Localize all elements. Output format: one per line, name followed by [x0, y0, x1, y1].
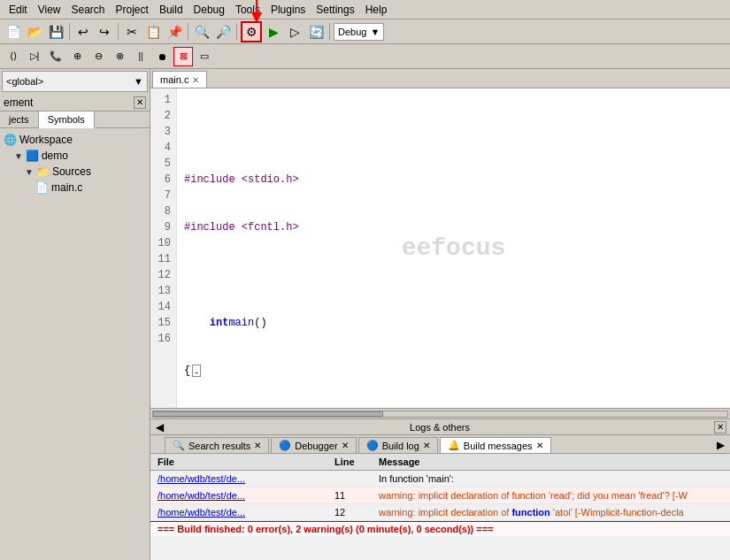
debug-mode-selector[interactable]: Debug ▼ [334, 23, 384, 41]
tree-item-mainc[interactable]: 📄 main.c [4, 180, 146, 196]
tab-debugger[interactable]: 🔵 Debugger ✕ [271, 437, 356, 453]
log-message-0: In function 'main': [375, 472, 726, 485]
tb2-btn8[interactable]: ⏺ [152, 47, 172, 66]
find-replace-button[interactable]: 🔎 [213, 22, 233, 42]
save-file-button[interactable]: 💾 [46, 22, 65, 42]
open-file-button[interactable]: 📂 [25, 22, 44, 42]
menu-help[interactable]: Help [360, 2, 393, 18]
col-message: Message [375, 456, 726, 468]
code-editor[interactable]: eefocus #include <stdio.h> #include <fcn… [177, 88, 730, 408]
cut-button[interactable]: ✂ [122, 22, 142, 42]
tab-build-messages[interactable]: 🔔 Build messages ✕ [440, 437, 551, 453]
col-line: Line [331, 456, 375, 468]
editor-area: main.c ✕ 1 2 3 4 5 6 7 8 9 10 11 [150, 69, 730, 418]
col-file: File [154, 456, 331, 468]
run-debug-button[interactable]: ▷ [285, 22, 304, 42]
debugger-label: Debugger [295, 441, 337, 451]
menu-edit[interactable]: Edit [4, 2, 33, 18]
separator-2 [118, 23, 119, 41]
demo-label: demo [42, 150, 68, 162]
log-row-0: /home/wdb/test/de... In function 'main': [150, 471, 730, 487]
expand-right-icon[interactable]: ▶ [713, 437, 728, 453]
bottom-tabs: 🔍 Search results ✕ 🔵 Debugger ✕ 🔵 Build … [150, 435, 730, 454]
menu-project[interactable]: Project [111, 2, 154, 18]
horizontal-scrollbar[interactable] [150, 408, 730, 418]
debugger-close-icon[interactable]: ✕ [342, 441, 349, 450]
menu-plugins[interactable]: Plugins [265, 2, 311, 18]
menu-build[interactable]: Build [154, 2, 188, 18]
separator-1 [69, 23, 70, 41]
reload-button[interactable]: 🔄 [306, 22, 326, 42]
panel-header: ement ✕ [0, 94, 150, 111]
new-file-button[interactable]: 📄 [4, 22, 23, 42]
line-numbers: 1 2 3 4 5 6 7 8 9 10 11 12 13 14 15 16 [150, 88, 177, 408]
log-line-1: 11 [331, 489, 375, 502]
debug-mode-label: Debug [338, 27, 366, 37]
tb2-btn2[interactable]: ▷| [25, 47, 44, 66]
log-file-0[interactable]: /home/wdb/test/de... [154, 472, 331, 485]
tb2-btn10[interactable]: ▭ [195, 47, 214, 66]
build-result-row: === Build finished: 0 error(s), 2 warnin… [150, 521, 730, 536]
log-file-1[interactable]: /home/wdb/test/de... [154, 489, 331, 502]
logs-collapse-button[interactable]: ◀ [154, 421, 165, 433]
tree-item-demo[interactable]: ▼ 🟦 demo [4, 148, 146, 164]
tb2-btn7[interactable]: || [131, 47, 150, 66]
tb2-btn1[interactable]: ⟨⟩ [4, 47, 23, 66]
log-line-2: 12 [331, 506, 375, 518]
run-button[interactable]: ▶ [264, 22, 283, 42]
build-log-close-icon[interactable]: ✕ [423, 441, 430, 450]
copy-button[interactable]: 📋 [143, 22, 163, 42]
code-container[interactable]: 1 2 3 4 5 6 7 8 9 10 11 12 13 14 15 16 [150, 88, 730, 408]
global-selector[interactable]: <global> ▼ [2, 71, 148, 92]
workspace-label: Workspace [19, 134, 73, 146]
menu-settings[interactable]: Settings [311, 2, 359, 18]
search-results-close-icon[interactable]: ✕ [254, 441, 261, 450]
tb2-btn5[interactable]: ⊖ [88, 47, 108, 66]
search-results-icon: 🔍 [173, 440, 185, 451]
tab-close-icon[interactable]: ✕ [192, 75, 199, 85]
log-line-0 [331, 472, 375, 485]
tab-symbols[interactable]: Symbols [39, 111, 95, 128]
paste-button[interactable]: 📌 [165, 22, 184, 42]
project-tree: 🌐 Workspace ▼ 🟦 demo ▼ 📁 Sources 📄 main.… [0, 128, 150, 560]
bottom-panel-close-button[interactable]: ✕ [714, 421, 726, 433]
menu-view[interactable]: View [33, 2, 66, 18]
build-messages-icon: 🔔 [448, 440, 460, 451]
main-layout: <global> ▼ ement ✕ jects Symbols 🌐 Works… [0, 69, 730, 560]
find-button[interactable]: 🔍 [192, 22, 211, 42]
tb2-btn3[interactable]: 📞 [46, 47, 65, 66]
workspace-icon: 🌐 [4, 134, 17, 146]
redo-button[interactable]: ↪ [95, 22, 114, 42]
undo-button[interactable]: ↩ [73, 22, 93, 42]
menu-search[interactable]: Search [65, 2, 110, 18]
menu-tools[interactable]: Tools [230, 2, 265, 18]
toolbar-secondary: ⟨⟩ ▷| 📞 ⊕ ⊖ ⊗ || ⏺ ⊠ ▭ [0, 44, 730, 69]
bottom-panel-title: Logs & others [410, 422, 470, 433]
build-result-text: === Build finished: 0 error(s), 2 warnin… [158, 524, 494, 534]
editor-tab-mainc[interactable]: main.c ✕ [152, 71, 207, 88]
watermark: eefocus [402, 241, 506, 257]
menubar: Edit View Search Project Build Debug Too… [0, 0, 730, 19]
tab-build-log[interactable]: 🔵 Build log ✕ [358, 437, 438, 453]
build-target-button[interactable]: ⚙ [241, 21, 262, 42]
tb2-btn4[interactable]: ⊕ [67, 47, 87, 66]
tree-item-sources[interactable]: ▼ 📁 Sources [4, 164, 146, 180]
log-row-2: /home/wdb/test/de... 12 warning: implici… [150, 504, 730, 521]
file-label: main.c [51, 181, 82, 194]
code-line-2: #include <fcntl.h> [184, 219, 723, 235]
tab-search-results[interactable]: 🔍 Search results ✕ [165, 437, 269, 453]
panel-close-button[interactable]: ✕ [134, 96, 146, 109]
log-table: File Line Message /home/wdb/test/de... I… [150, 454, 730, 560]
tree-item-workspace[interactable]: 🌐 Workspace [4, 132, 146, 148]
menu-debug[interactable]: Debug [188, 2, 230, 18]
build-messages-close-icon[interactable]: ✕ [536, 441, 543, 450]
log-file-2[interactable]: /home/wdb/test/de... [154, 506, 331, 518]
tab-projects[interactable]: jects [0, 111, 39, 127]
tb2-btn9[interactable]: ⊠ [173, 47, 193, 66]
tb2-btn6[interactable]: ⊗ [110, 47, 129, 66]
global-selector-label: <global> [6, 76, 43, 87]
tab-symbols-label: Symbols [48, 114, 85, 125]
demo-expand-icon: ▼ [14, 151, 23, 161]
sources-folder-icon: 📁 [36, 165, 50, 178]
log-message-1: warning: implicit declaration of functio… [375, 489, 726, 502]
